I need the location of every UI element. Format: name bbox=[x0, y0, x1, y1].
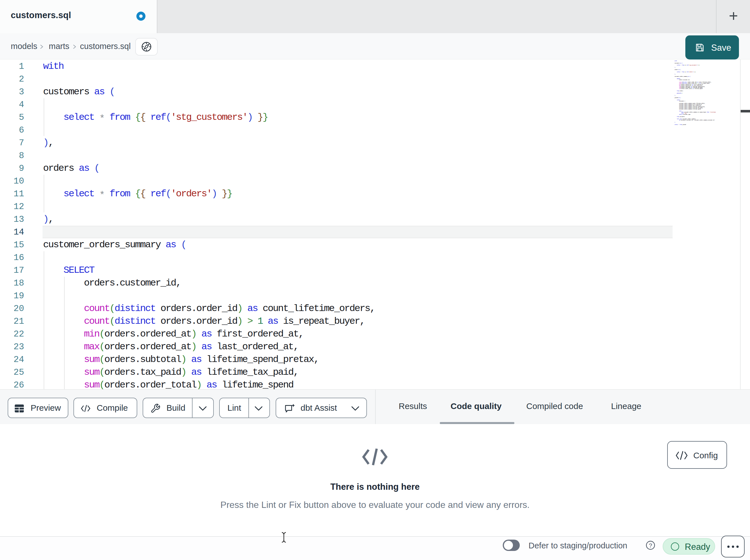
svg-text:?: ? bbox=[649, 542, 652, 549]
